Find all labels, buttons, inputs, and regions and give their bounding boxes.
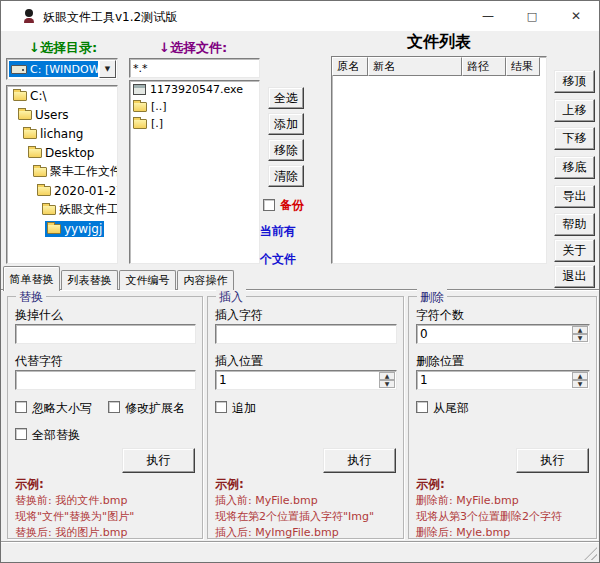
minimize-icon[interactable]: —: [466, 1, 510, 31]
spin-up-icon[interactable]: ▲: [379, 372, 395, 380]
app-window: 妖眼文件工具v1.2测试版 — □ ✕ ↓选择目录: ↓选择文件: 文件列表 C…: [0, 0, 600, 563]
close-icon[interactable]: ✕: [554, 1, 598, 31]
tree-item[interactable]: Users: [7, 105, 117, 124]
tree-item-label: 妖眼文件工具: [59, 201, 118, 218]
delete-count-input[interactable]: [417, 325, 589, 343]
tree-item-label: Desktop: [45, 146, 95, 160]
spin-down-icon[interactable]: ▼: [379, 380, 395, 388]
move-bottom-button[interactable]: 移底: [554, 156, 595, 179]
ignore-case-label: 忽略大小写: [32, 400, 92, 417]
tree-item[interactable]: 2020-01-27: [7, 181, 117, 200]
file-filter-input[interactable]: [130, 59, 259, 77]
insert-example-line: 插入前: MyFile.bmp: [215, 493, 318, 508]
help-button[interactable]: 帮助: [554, 213, 595, 236]
insert-chars-label: 插入字符: [215, 307, 263, 324]
file-item[interactable]: [.]: [130, 115, 259, 132]
column-header-result[interactable]: 结果: [506, 57, 540, 76]
delete-example-line: 现将从第3个位置删除2个字符: [416, 509, 562, 524]
column-header-path[interactable]: 路径: [462, 57, 506, 76]
add-button[interactable]: 添加: [268, 113, 304, 135]
replace-with-input[interactable]: [16, 371, 195, 389]
file-filter-input-wrap: [129, 58, 260, 78]
replace-what-input[interactable]: [16, 325, 195, 343]
replace-what-label: 换掉什么: [15, 307, 63, 324]
file-listbox: 1173920547.exe [..] [.]: [129, 80, 260, 264]
replace-example-line: 替换前: 我的文件.bmp: [15, 493, 127, 508]
append-label: 追加: [232, 400, 256, 417]
move-up-button[interactable]: 上移: [554, 99, 595, 122]
change-ext-label: 修改扩展名: [125, 400, 185, 417]
tab-list-replace[interactable]: 列表替换: [61, 270, 118, 290]
spin-down-icon[interactable]: ▼: [572, 380, 588, 388]
file-item[interactable]: 1173920547.exe: [130, 81, 259, 98]
select-file-label: ↓选择文件:: [159, 39, 227, 57]
tab-content-ops[interactable]: 内容操作: [177, 270, 234, 290]
exit-button[interactable]: 退出: [554, 265, 595, 288]
append-checkbox[interactable]: [215, 401, 227, 413]
dropdown-arrow-icon[interactable]: ▼: [99, 60, 116, 78]
app-icon: [22, 9, 36, 23]
remove-button[interactable]: 移除: [268, 139, 304, 161]
spin-up-icon[interactable]: ▲: [572, 326, 588, 334]
insert-execute-button[interactable]: 执行: [323, 448, 396, 473]
folder-icon: [13, 91, 27, 101]
tab-file-number[interactable]: 文件编号: [119, 270, 176, 290]
tab-simple-replace[interactable]: 简单替换: [3, 266, 60, 291]
file-item-label: 1173920547.exe: [150, 83, 243, 96]
insert-example-line: 现将在第2个位置插入字符"Img": [215, 509, 374, 524]
tree-item[interactable]: 妖眼文件工具: [7, 200, 117, 219]
tree-item-selected[interactable]: yywjgj: [7, 219, 117, 238]
move-top-button[interactable]: 移顶: [554, 70, 595, 93]
spin-down-icon[interactable]: ▼: [572, 334, 588, 342]
replace-groupbox: 替换 换掉什么 代替字符 忽略大小写 修改扩展名 全部替换 执行 示例: 替换前…: [7, 296, 203, 539]
tree-item[interactable]: Desktop: [7, 143, 117, 162]
file-list-title: 文件列表: [331, 32, 547, 53]
tree-item-label: 聚丰工作文件: [50, 163, 118, 180]
insert-position-label: 插入位置: [215, 353, 263, 370]
tree-item[interactable]: 聚丰工作文件: [7, 162, 117, 181]
delete-position-spinner: ▲ ▼: [572, 372, 588, 388]
folder-icon: [37, 186, 51, 196]
tree-item-label: C:\: [30, 89, 46, 103]
clear-button[interactable]: 清除: [268, 165, 304, 187]
tree-item-label: Users: [35, 108, 69, 122]
file-table: 原名 新名 路径 结果: [331, 56, 547, 264]
ignore-case-checkbox[interactable]: [15, 401, 27, 413]
tree-item-label: yywjgj: [64, 222, 102, 236]
file-item-label: [..]: [151, 100, 167, 113]
about-button[interactable]: 关于: [554, 239, 595, 262]
insert-position-input[interactable]: [216, 371, 396, 389]
column-header-new-name[interactable]: 新名: [368, 57, 462, 76]
delete-position-input[interactable]: [417, 371, 589, 389]
tree-item[interactable]: C:\: [7, 86, 117, 105]
maximize-icon[interactable]: □: [510, 1, 554, 31]
tree-item[interactable]: lichang: [7, 124, 117, 143]
drive-combobox[interactable]: C: [WINDOWS] ▼: [6, 58, 118, 80]
insert-chars-input[interactable]: [216, 325, 396, 343]
from-tail-label: 从尾部: [433, 400, 469, 417]
resize-grip[interactable]: [584, 547, 597, 560]
drive-icon: [11, 65, 27, 74]
move-down-button[interactable]: 下移: [554, 127, 595, 150]
export-button[interactable]: 导出: [554, 185, 595, 208]
replace-all-checkbox[interactable]: [15, 428, 27, 440]
backup-checkbox[interactable]: [263, 199, 275, 211]
file-item[interactable]: [..]: [130, 98, 259, 115]
folder-icon: [42, 205, 56, 215]
select-all-button[interactable]: 全选: [268, 87, 304, 109]
folder-icon: [33, 167, 47, 177]
replace-execute-button[interactable]: 执行: [122, 448, 195, 473]
spin-up-icon[interactable]: ▲: [572, 372, 588, 380]
change-ext-checkbox[interactable]: [108, 401, 120, 413]
delete-example-line: 删除前: MyFile.bmp: [416, 493, 519, 508]
status-bar: [1, 541, 599, 562]
replace-all-label: 全部替换: [32, 427, 80, 444]
insert-position-spinner: ▲ ▼: [379, 372, 395, 388]
from-tail-checkbox[interactable]: [416, 401, 428, 413]
delete-example-line: 删除后: Myle.bmp: [416, 525, 510, 540]
delete-execute-button[interactable]: 执行: [516, 448, 589, 473]
insert-groupbox: 插入 插入字符 插入位置 ▲ ▼ 追加 执行 示例: 插入前: MyFile.b…: [207, 296, 404, 539]
column-header-original-name[interactable]: 原名: [332, 57, 368, 76]
delete-position-label: 删除位置: [416, 353, 464, 370]
select-directory-label: ↓选择目录:: [29, 39, 97, 57]
